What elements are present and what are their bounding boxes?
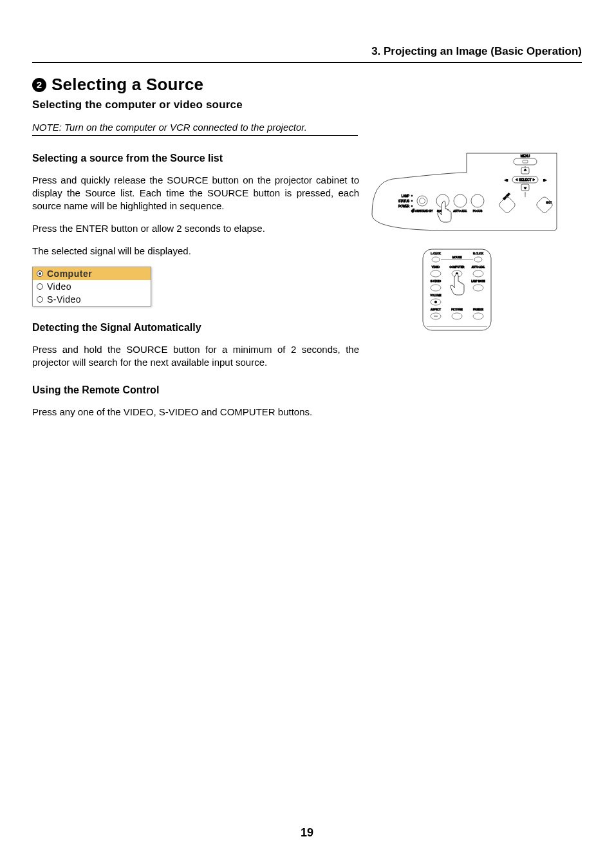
svg-point-13: [420, 198, 425, 204]
status-label: STATUS: [398, 200, 409, 203]
source-item-svideo: S-Video: [33, 293, 151, 306]
heading-auto-detect: Detecting the Signal Automatically: [32, 322, 359, 334]
note-line: NOTE: Turn on the computer or VCR connec…: [32, 120, 358, 136]
section-title: 2 Selecting a Source: [32, 75, 582, 95]
paragraph: Press the ENTER button or allow 2 second…: [32, 222, 359, 235]
source-label: Computer: [47, 269, 92, 279]
subsection-title: Selecting the computer or video source: [32, 99, 582, 111]
svg-point-9: [411, 195, 413, 196]
picture-label: PICTURE: [451, 308, 463, 311]
svg-point-11: [411, 205, 413, 207]
svg-rect-7: [498, 196, 516, 214]
heading-source-list: Selecting a source from the Source list: [32, 153, 359, 164]
svg-point-26: [473, 270, 483, 277]
source-label: Video: [47, 281, 71, 292]
autoadj-label: AUTO ADJ.: [453, 209, 467, 212]
source-label: S-Video: [47, 294, 81, 305]
block-auto-detect: Detecting the Signal Automatically Press…: [32, 322, 359, 369]
svg-point-20: [432, 257, 440, 262]
exit-label: EXIT: [546, 201, 552, 204]
svg-point-23: [431, 270, 441, 277]
video-label: VIDEO: [432, 265, 440, 269]
chapter-header: 3. Projecting an Image (Basic Operation): [32, 45, 582, 63]
svg-rect-8: [535, 196, 554, 214]
svideo-label: S-VIDEO: [431, 279, 441, 283]
svg-point-21: [474, 257, 482, 262]
paragraph: Press any one of the VIDEO, S-VIDEO and …: [32, 406, 359, 419]
block-remote: Using the Remote Control Press any one o…: [32, 384, 359, 419]
remote-diagram: L-CLICK R-CLICK MOUSE VIDEO COMPUTER AUT…: [422, 248, 492, 338]
section-title-text: Selecting a Source: [51, 75, 203, 95]
lamp-label: LAMP: [402, 194, 409, 198]
radio-icon: [37, 296, 43, 303]
paragraph: Press and hold the SOURCE button for a m…: [32, 343, 359, 369]
svg-rect-1: [523, 160, 528, 163]
pointing-hand-icon: [451, 274, 464, 295]
lampmode-label: LAMP MODE: [471, 280, 485, 283]
svg-point-30: [434, 301, 436, 303]
svg-point-12: [417, 196, 427, 206]
computer-label: COMPUTER: [450, 265, 465, 269]
lclick-label: L-CLICK: [431, 252, 441, 255]
paragraph: Press and quickly release the SOURCE but…: [32, 174, 359, 212]
radio-icon: [37, 283, 43, 290]
radio-icon: [37, 270, 43, 277]
section-number-badge: 2: [32, 78, 46, 92]
menu-label: MENU: [521, 154, 530, 158]
power-label: POWER: [398, 205, 410, 208]
aspect-label: ASPECT: [431, 308, 442, 311]
svg-point-33: [452, 313, 462, 319]
enter-label: ENTER: [502, 192, 510, 200]
source-item-computer: Computer: [33, 267, 151, 280]
page-number: 19: [0, 826, 614, 840]
paragraph: The selected signal will be displayed.: [32, 245, 359, 258]
freeze-label: FREEZE: [473, 308, 483, 311]
svg-point-34: [473, 313, 483, 319]
autoadj-label: AUTO ADJ.: [472, 265, 485, 269]
heading-remote: Using the Remote Control: [32, 384, 359, 396]
focus-label: FOCUS: [473, 209, 483, 212]
svg-rect-0: [514, 158, 537, 165]
svg-point-17: [471, 194, 484, 207]
rclick-label: R-CLICK: [473, 252, 483, 255]
block-source-list: Selecting a source from the Source list …: [32, 153, 359, 307]
svg-point-16: [454, 194, 467, 207]
svg-point-28: [473, 285, 483, 291]
keystone-left-icon: ◁▯: [505, 178, 508, 182]
select-label: SELECT: [519, 178, 531, 182]
standby-label: ⏻ ON/STAND BY: [411, 209, 433, 212]
keystone-right-icon: ▯▷: [543, 178, 547, 182]
mouse-label: MOUSE: [452, 256, 462, 259]
source-item-video: Video: [33, 280, 151, 293]
svg-point-14: [413, 209, 414, 210]
source-list-graphic: Computer Video S-Video: [32, 267, 151, 307]
volume-label: VOLUME: [431, 294, 442, 297]
cabinet-diagram: MENU SELECT ◁▯ ▯▷ ENTER EXIT LAMP STATUS…: [367, 147, 573, 237]
svg-point-10: [411, 200, 413, 202]
svg-point-27: [431, 285, 441, 291]
